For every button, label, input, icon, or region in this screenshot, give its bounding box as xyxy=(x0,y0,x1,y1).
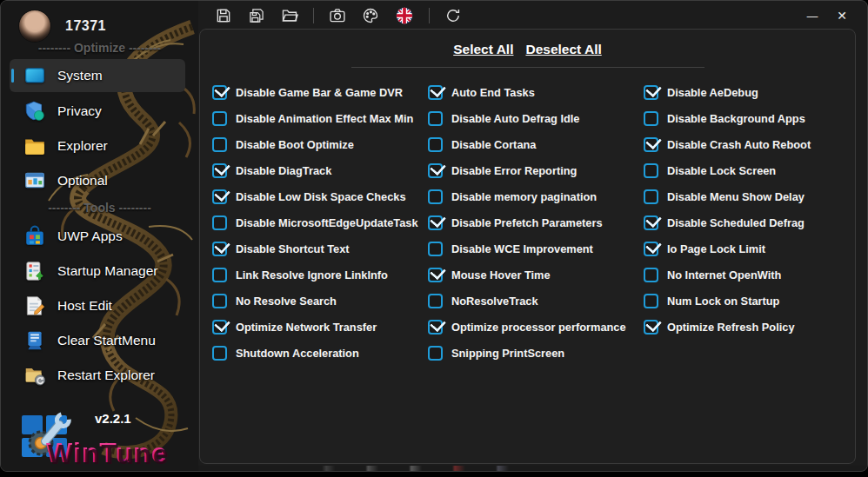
checkbox[interactable] xyxy=(428,85,443,100)
save-as-button[interactable] xyxy=(246,5,267,26)
checkbox-label: Disable Auto Defrag Idle xyxy=(451,112,579,125)
checkbox-label: Disable Cortana xyxy=(451,138,536,151)
tweak-row: Snipping PrintScreen xyxy=(428,340,644,366)
checkbox-column: Auto End TasksDisable Auto Defrag IdleDi… xyxy=(428,79,644,366)
checkbox[interactable] xyxy=(212,85,227,100)
sidebar: 17371 -------- Optimize -------- System … xyxy=(1,1,198,471)
checkbox-label: NoResolveTrack xyxy=(451,295,538,308)
checkbox-label: Disable MicrosoftEdgeUpdateTask xyxy=(236,216,418,229)
checkbox-label: Optimize processor performance xyxy=(451,321,626,334)
explorer-folder-icon xyxy=(23,135,46,157)
deselect-all-link[interactable]: Deselect All xyxy=(525,42,601,57)
palette-icon xyxy=(362,7,379,24)
checkbox[interactable] xyxy=(428,111,443,126)
checkbox[interactable] xyxy=(644,111,658,126)
sidebar-item-startup-manager[interactable]: Startup Manager xyxy=(1,254,198,288)
checkbox-label: Disable DiagTrack xyxy=(236,164,331,177)
tweak-row: Optimize Refresh Policy xyxy=(644,314,856,340)
checkbox[interactable] xyxy=(644,163,658,178)
sidebar-item-system[interactable]: System xyxy=(10,59,185,92)
tweak-row: Disable Scheduled Defrag xyxy=(644,209,856,235)
tweak-row: Disable Shortcut Text xyxy=(212,235,428,262)
theme-button[interactable] xyxy=(360,5,381,26)
checkbox-label: Disable Game Bar & Game DVR xyxy=(236,86,403,99)
save-button[interactable] xyxy=(213,5,234,26)
sidebar-item-clear-startmenu[interactable]: Clear StartMenu xyxy=(1,323,198,358)
checkbox[interactable] xyxy=(212,320,227,335)
language-button[interactable] xyxy=(393,4,416,27)
minimize-button[interactable]: — xyxy=(798,3,827,28)
checkbox-label: Shutdown Acceleration xyxy=(236,347,359,360)
checkbox[interactable] xyxy=(212,111,227,126)
checkbox[interactable] xyxy=(644,320,658,335)
tweak-row: Num Lock on Startup xyxy=(644,288,856,314)
checkbox-label: Disable Prefetch Parameters xyxy=(451,216,603,229)
checkbox[interactable] xyxy=(212,215,227,230)
tweak-row: Optimize processor performance xyxy=(428,314,644,340)
checkbox-label: Disable WCE Improvement xyxy=(451,242,593,255)
sidebar-item-uwp-apps[interactable]: UWP Apps xyxy=(1,219,198,254)
refresh-icon xyxy=(444,7,462,24)
sidebar-item-explorer[interactable]: Explorer xyxy=(1,129,198,163)
checkbox[interactable] xyxy=(644,268,658,282)
checkbox[interactable] xyxy=(428,163,443,178)
checkbox[interactable] xyxy=(212,242,227,256)
tweak-row: NoResolveTrack xyxy=(428,288,644,314)
checkbox-label: Disable Error Reporting xyxy=(451,164,577,177)
sidebar-item-label: Clear StartMenu xyxy=(57,333,156,348)
sidebar-item-host-edit[interactable]: Host Edit xyxy=(1,288,198,323)
checkbox[interactable] xyxy=(428,346,443,361)
select-all-link[interactable]: Select All xyxy=(453,42,513,57)
save-as-icon xyxy=(248,7,265,24)
tweak-row: Disable Low Disk Space Checks xyxy=(212,183,428,209)
checkbox-label: No Resolve Search xyxy=(236,295,337,308)
checkbox[interactable] xyxy=(644,215,658,230)
sidebar-item-privacy[interactable]: Privacy xyxy=(1,94,198,129)
checkbox[interactable] xyxy=(428,137,443,152)
checkbox-label: Disable Scheduled Defrag xyxy=(667,216,805,229)
tweak-row: No Resolve Search xyxy=(212,288,428,314)
tweak-row: Io Page Lock Limit xyxy=(644,235,856,262)
tweak-row: Disable Cortana xyxy=(428,131,644,157)
checkbox[interactable] xyxy=(428,189,443,204)
clear-startmenu-icon xyxy=(23,329,46,352)
sidebar-item-optional[interactable]: Optional xyxy=(1,163,198,198)
close-button[interactable]: ✕ xyxy=(827,3,857,28)
checkbox[interactable] xyxy=(212,294,227,308)
checkbox[interactable] xyxy=(644,137,658,152)
tweak-row: Disable Menu Show Delay xyxy=(644,183,856,209)
checkbox[interactable] xyxy=(212,268,227,282)
checkbox[interactable] xyxy=(212,346,227,361)
checkbox-label: Mouse Hover Time xyxy=(451,268,551,282)
checkbox[interactable] xyxy=(428,294,443,308)
checkbox-column: Disable Game Bar & Game DVRDisable Anima… xyxy=(212,79,428,366)
checkbox[interactable] xyxy=(644,85,658,100)
checkbox[interactable] xyxy=(428,242,443,256)
checkbox[interactable] xyxy=(212,189,227,204)
checkbox[interactable] xyxy=(644,242,658,256)
checkbox[interactable] xyxy=(428,268,443,282)
user-avatar[interactable] xyxy=(18,10,51,43)
window-controls: — ✕ xyxy=(798,1,857,30)
checkbox-label: Disable Low Disk Space Checks xyxy=(236,190,406,203)
tweak-row: Disable Background Apps xyxy=(644,105,856,131)
open-folder-icon xyxy=(281,7,298,24)
checkbox-label: Disable Menu Show Delay xyxy=(667,190,805,203)
checkbox[interactable] xyxy=(212,137,227,152)
checkbox[interactable] xyxy=(428,215,443,230)
startup-list-icon xyxy=(23,260,46,282)
sidebar-item-label: Optional xyxy=(57,173,108,189)
checkbox[interactable] xyxy=(212,163,227,178)
open-folder-button[interactable] xyxy=(279,5,300,26)
checkbox-label: Disable Crash Auto Reboot xyxy=(667,138,811,151)
version-label: v2.2.1 xyxy=(95,411,131,426)
sidebar-item-restart-explorer[interactable]: Restart Explorer xyxy=(1,358,198,393)
tweak-row: Shutdown Acceleration xyxy=(212,340,428,366)
checkbox[interactable] xyxy=(644,189,658,204)
toolbar-separator xyxy=(313,8,314,23)
checkbox[interactable] xyxy=(428,320,443,335)
checkbox-label: Snipping PrintScreen xyxy=(451,347,564,360)
refresh-button[interactable] xyxy=(443,5,464,26)
screenshot-button[interactable] xyxy=(327,5,348,26)
checkbox[interactable] xyxy=(644,294,658,308)
